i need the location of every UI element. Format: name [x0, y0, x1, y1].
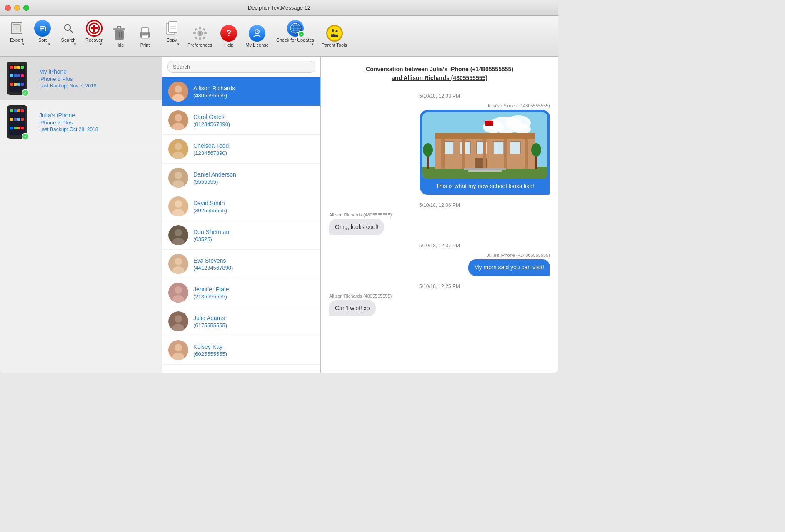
message-2-container: Omg, looks cool! [329, 219, 550, 236]
svg-rect-96 [462, 139, 465, 169]
message-1-container: This is what my new school looks like! [329, 110, 550, 195]
search-dropdown-arrow: ▼ [73, 42, 77, 46]
device-image-julias-iphone: ✓ [7, 105, 28, 139]
contact-phone-kelsey: (6025555555) [193, 351, 227, 357]
svg-rect-107 [485, 121, 493, 126]
contact-name-don: Don Sherman [193, 229, 229, 235]
svg-rect-100 [464, 168, 506, 170]
minimize-button[interactable] [14, 5, 20, 11]
check-updates-button[interactable]: ✓ Check for Updates ▼ [273, 18, 318, 54]
svg-rect-89 [443, 142, 454, 154]
parent-tools-button[interactable]: Parent Tools [318, 23, 350, 49]
avatar-eva [168, 254, 188, 274]
svg-point-85 [514, 124, 531, 134]
svg-point-40 [199, 32, 201, 35]
help-button[interactable]: ? Help [216, 23, 241, 49]
contact-jennifer[interactable]: Jennifer Plate (2135555555) [162, 278, 320, 307]
window-controls[interactable] [5, 5, 29, 11]
device-backup-julias-iphone: Last Backup: Oct 28, 2018 [39, 127, 155, 132]
device-check-icon-julia: ✓ [22, 133, 29, 140]
check-updates-icon: ✓ [287, 20, 304, 37]
avatar-david [168, 196, 188, 216]
device-my-iphone[interactable]: ✓ My iPhone iPhone 8 Plus Last Backup: N… [0, 57, 162, 100]
contact-phone-jennifer: (2135555555) [193, 293, 229, 300]
device-name-julias-iphone: Julia's iPhone [39, 112, 155, 119]
print-button[interactable]: Print [132, 23, 158, 49]
avatar-jennifer [168, 283, 188, 303]
device-julias-iphone[interactable]: ✓ Julia's iPhone iPhone 7 Plus Last Back… [0, 100, 162, 144]
contact-info-carol: Carol Oates (81234567890) [193, 114, 230, 127]
toolbar: ↑ Export ▼ [0, 16, 558, 57]
contact-info-allison: Allison Richards (4805555555) [193, 85, 235, 99]
maximize-button[interactable] [23, 5, 29, 11]
search-input[interactable] [168, 61, 315, 73]
svg-rect-98 [504, 139, 507, 169]
contact-eva[interactable]: Eva Stevens (441234567890) [162, 250, 320, 278]
title-bar: Decipher TextMessage 12 [0, 0, 558, 16]
contact-name-carol: Carol Oates [193, 114, 230, 120]
svg-line-8 [70, 30, 72, 32]
contact-allison[interactable]: Allison Richards (4805555555) [162, 77, 320, 106]
sort-button[interactable]: Sort ▼ [29, 18, 54, 54]
svg-text:↑: ↑ [15, 26, 18, 32]
preferences-label: Preferences [188, 42, 212, 47]
contact-phone-david: (3025555555) [193, 207, 227, 214]
copy-label: Copy [166, 37, 177, 42]
avatar-julie [168, 311, 188, 331]
parent-tools-label: Parent Tools [322, 42, 347, 47]
contact-kelsey[interactable]: Kelsey Kay (6025555555) [162, 336, 320, 365]
copy-icon [163, 20, 180, 37]
my-license-button[interactable]: ✓ My License [242, 23, 272, 49]
svg-point-73 [175, 286, 182, 294]
message-4-container: Can't wait! xo [329, 300, 550, 317]
contact-phone-julie: (6175555555) [193, 322, 227, 328]
contact-don[interactable]: Don Sherman (63525) [162, 221, 320, 250]
recover-icon [86, 20, 102, 37]
sort-icon [34, 20, 51, 37]
export-icon: ↑ [8, 20, 25, 37]
contact-carol[interactable]: Carol Oates (81234567890) [162, 106, 320, 135]
my-license-label: My License [245, 42, 269, 47]
avatar-carol [168, 110, 188, 130]
help-label: Help [224, 42, 234, 47]
svg-rect-20 [142, 35, 148, 39]
contact-phone-chelsea: (1234567890) [193, 150, 229, 156]
device-backup-my-iphone: Last Backup: Nov 7, 2018 [39, 83, 155, 89]
contact-phone-eva: (441234567890) [193, 265, 233, 271]
svg-point-58 [175, 143, 182, 150]
contact-chelsea[interactable]: Chelsea Todd (1234567890) [162, 135, 320, 164]
device-image-my-iphone: ✓ [7, 62, 28, 95]
contact-phone-don: (63525) [193, 236, 229, 242]
svg-point-55 [175, 114, 182, 122]
contact-info-david: David Smith (3025555555) [193, 200, 227, 214]
contact-daniel[interactable]: Daniel Anderson (5555555) [162, 164, 320, 192]
export-button[interactable]: ↑ Export ▼ [3, 18, 28, 54]
search-tool-icon [60, 20, 77, 37]
devices-panel: ✓ My iPhone iPhone 8 Plus Last Backup: N… [0, 57, 162, 373]
messages-panel: Conversation between Julia's iPhone (+14… [321, 57, 558, 373]
contact-info-eva: Eva Stevens (441234567890) [193, 257, 233, 271]
contact-julie[interactable]: Julie Adams (6175555555) [162, 307, 320, 336]
svg-rect-92 [493, 142, 504, 154]
svg-point-79 [175, 344, 182, 351]
contact-info-jennifer: Jennifer Plate (2135555555) [193, 286, 229, 300]
timestamp-2: 5/10/18, 12:06 PM [329, 202, 550, 208]
timestamp-1: 5/10/18, 12:03 PM [329, 93, 550, 99]
svg-rect-19 [142, 28, 148, 33]
svg-rect-13 [113, 28, 125, 30]
sender-label-1: Julia's iPhone (+14805555555) [329, 103, 550, 108]
message-4-bubble: Can't wait! xo [329, 300, 376, 317]
contact-david[interactable]: David Smith (3025555555) [162, 192, 320, 221]
conversation-header: Conversation between Julia's iPhone (+14… [329, 65, 550, 82]
device-model-my-iphone: iPhone 8 Plus [39, 76, 155, 82]
avatar-daniel [168, 168, 188, 188]
check-updates-label: Check for Updates [276, 37, 314, 42]
preferences-button[interactable]: Preferences [184, 23, 215, 49]
device-name-my-iphone: My iPhone [39, 68, 155, 75]
copy-button[interactable]: Copy ▼ [158, 18, 183, 54]
close-button[interactable] [5, 5, 11, 11]
recover-button[interactable]: Recover ▼ [81, 18, 106, 54]
search-tool-button[interactable]: Search ▼ [55, 18, 80, 54]
svg-point-53 [175, 85, 182, 93]
hide-button[interactable]: Hide [107, 23, 132, 49]
